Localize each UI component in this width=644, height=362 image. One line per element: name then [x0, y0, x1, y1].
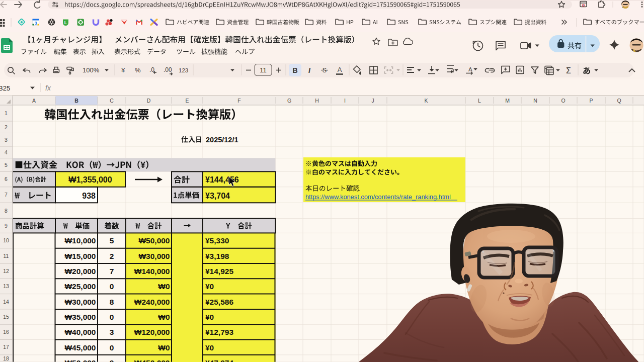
svg-text:J: J: [371, 98, 374, 104]
svg-text:H: H: [315, 98, 319, 104]
svg-text:4: 4: [5, 149, 8, 155]
svg-text:I: I: [344, 98, 346, 104]
svg-text:A: A: [468, 66, 472, 72]
svg-text:¥25,586: ¥25,586: [205, 298, 233, 306]
svg-text:¥5,330: ¥5,330: [205, 236, 229, 245]
svg-text:¥3,198: ¥3,198: [205, 252, 229, 260]
svg-text:₩35,000: ₩35,000: [64, 313, 96, 321]
svg-text:13: 13: [3, 283, 9, 289]
svg-text:17: 17: [3, 344, 9, 350]
svg-text:1: 1: [5, 110, 8, 116]
svg-text:0: 0: [110, 313, 114, 321]
svg-text:11: 11: [260, 66, 267, 74]
svg-text:15: 15: [3, 314, 9, 320]
svg-text:₩20,000: ₩20,000: [64, 267, 96, 276]
svg-text:2025/12/1: 2025/12/1: [206, 136, 238, 144]
svg-text:₩1,355,000: ₩1,355,000: [68, 175, 112, 184]
svg-text:G: G: [287, 98, 291, 104]
svg-text:123: 123: [179, 67, 188, 73]
svg-text:9: 9: [110, 358, 114, 362]
svg-text:E: E: [185, 98, 189, 104]
svg-text:C: C: [110, 98, 114, 104]
svg-text:¥144,456: ¥144,456: [205, 175, 239, 184]
svg-text:₩30,000: ₩30,000: [64, 298, 96, 306]
svg-text:₩15,000: ₩15,000: [64, 252, 96, 260]
svg-text:¥0: ¥0: [205, 313, 214, 321]
svg-text:¥0: ¥0: [205, 343, 214, 352]
svg-text:D: D: [147, 98, 151, 104]
svg-text:₩140,000: ₩140,000: [134, 267, 170, 276]
svg-text:2: 2: [110, 252, 114, 260]
svg-text:9: 9: [5, 223, 8, 229]
svg-text:7: 7: [110, 267, 114, 276]
svg-text:8: 8: [110, 298, 114, 306]
svg-text:8: 8: [5, 208, 8, 214]
svg-text:6: 6: [5, 176, 8, 182]
svg-text:₩0: ₩0: [158, 313, 170, 321]
svg-text:938: 938: [82, 192, 96, 200]
svg-text:18: 18: [3, 355, 9, 361]
svg-text:0: 0: [110, 343, 114, 352]
svg-text:K: K: [424, 98, 428, 104]
svg-text:5: 5: [110, 236, 114, 245]
svg-text:₩0: ₩0: [158, 343, 170, 352]
svg-text:%: %: [135, 66, 141, 74]
svg-text:14: 14: [3, 299, 9, 305]
svg-text:Q: Q: [617, 98, 621, 104]
svg-text:L: L: [64, 20, 67, 25]
svg-text:₩40,000: ₩40,000: [64, 328, 96, 336]
svg-text:5: 5: [5, 162, 8, 168]
svg-text:A: A: [32, 98, 36, 104]
svg-text:₩45,000: ₩45,000: [64, 343, 96, 352]
svg-text:₩450,000: ₩450,000: [134, 358, 170, 362]
svg-text:0: 0: [110, 282, 114, 291]
svg-text:₩240,000: ₩240,000: [134, 298, 170, 306]
svg-text:N: N: [533, 98, 537, 104]
svg-text:F: F: [237, 98, 240, 104]
svg-text:P: P: [589, 98, 593, 104]
svg-text:₩50,000: ₩50,000: [138, 236, 170, 245]
svg-text:₩30,000: ₩30,000: [138, 252, 170, 260]
svg-text:2: 2: [5, 124, 8, 130]
svg-text:B: B: [292, 66, 297, 74]
svg-text:10: 10: [3, 237, 9, 243]
svg-text:¥14,925: ¥14,925: [205, 267, 233, 276]
svg-text:3: 3: [5, 137, 8, 143]
svg-text:B: B: [74, 98, 78, 104]
svg-text:.00: .00: [164, 66, 172, 73]
svg-text:A: A: [338, 66, 342, 73]
svg-text:16: 16: [3, 329, 9, 335]
svg-text:₩10,000: ₩10,000: [64, 236, 96, 245]
svg-text:3: 3: [35, 21, 37, 26]
svg-text:fx: fx: [45, 84, 51, 92]
svg-text:¥: ¥: [121, 66, 125, 74]
svg-text:₩120,000: ₩120,000: [134, 328, 170, 336]
svg-text:B25: B25: [0, 84, 10, 92]
svg-text:100%: 100%: [83, 66, 100, 74]
svg-text:12: 12: [3, 268, 9, 274]
svg-text:¥3,704: ¥3,704: [205, 192, 230, 200]
svg-text:¥0: ¥0: [205, 282, 214, 291]
svg-text:11: 11: [4, 253, 9, 259]
svg-text:L: L: [478, 98, 481, 104]
svg-text:¥47,974: ¥47,974: [205, 358, 233, 362]
svg-text:¥12,793: ¥12,793: [205, 328, 233, 336]
svg-text:Σ: Σ: [566, 66, 571, 75]
svg-text:M: M: [505, 98, 510, 104]
svg-text:₩25,000: ₩25,000: [64, 282, 96, 291]
svg-text:7: 7: [5, 192, 8, 198]
svg-text:3: 3: [110, 328, 114, 336]
svg-text:₩0: ₩0: [158, 282, 170, 291]
svg-text:O: O: [561, 98, 565, 104]
svg-text:₩50,000: ₩50,000: [64, 358, 96, 362]
